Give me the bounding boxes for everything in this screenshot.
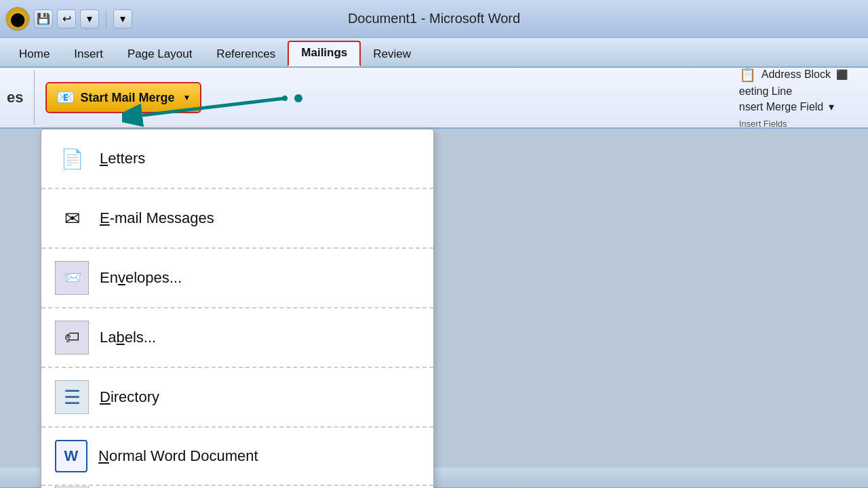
save-button[interactable]: 💾 [34,9,53,28]
insert-fields-label: Insert Fields [739,119,848,129]
tab-references[interactable]: References [204,43,288,66]
dropdown-item-envelopes[interactable]: 📨 Envelopes... [41,249,433,307]
start-mail-merge-dropdown: 📄 Letters ✉ E-mail Messages 📨 Envelopes.… [41,129,434,488]
email-icon: ✉ [55,201,89,235]
envelopes-label: Envelopes... [100,269,182,287]
office-button[interactable]: ⬤ [5,7,30,31]
labels-icon: 🏷 [55,321,89,354]
tab-insert[interactable]: Insert [62,43,115,66]
ribbon-right-section: 📋 Address Block ⬛ eeting Line nsert Merg… [739,68,861,129]
ribbon-content: es 📧 Start Mail Merge ▼ 📋 Add [0,68,868,129]
undo-button[interactable]: ↩ [57,9,76,28]
tab-review[interactable]: Review [361,43,423,66]
directory-icon: ☰ [55,380,89,414]
tab-home[interactable]: Home [7,43,62,66]
tab-mailings[interactable]: Mailings [288,41,361,66]
dropdown-item-normalword[interactable]: W Normal Word Document [41,428,433,485]
customize-button[interactable]: ▾ [80,9,99,28]
greeting-line-item[interactable]: eeting Line [739,85,848,98]
ribbon-partial-label: es [7,70,35,125]
tab-pagelayout[interactable]: Page Layout [115,43,204,66]
directory-label: Directory [100,388,159,406]
mail-merge-icon: 📧 [56,89,75,106]
dropdown-item-email[interactable]: ✉ E-mail Messages [41,189,433,247]
address-block-expand-icon: ⬛ [836,69,848,80]
envelopes-icon: 📨 [55,261,89,295]
labels-label: Labels... [100,329,156,346]
letters-icon: 📄 [55,142,89,176]
ribbon-tabs-bar: Home Insert Page Layout References Maili… [0,38,868,68]
letters-label: Letters [100,150,145,167]
dropdown-item-directory[interactable]: ☰ Directory [41,368,433,426]
title-bar: ⬤ 💾 ↩ ▾ ▾ Document1 - Microsoft Word [0,0,868,38]
insert-merge-field-item[interactable]: nsert Merge Field ▾ [739,100,848,113]
app-window: ⬤ 💾 ↩ ▾ ▾ Document1 - Microsoft Word Hom… [0,0,868,488]
window-title: Document1 - Microsoft Word [348,11,520,26]
dropdown-item-labels[interactable]: 🏷 Labels... [41,308,433,367]
svg-point-1 [294,94,302,102]
address-block-icon: 📋 [739,68,756,83]
merge-field-expand-icon: ▾ [829,100,834,113]
start-mail-merge-button[interactable]: 📧 Start Mail Merge ▼ [45,82,201,113]
dropdown-item-letters[interactable]: 📄 Letters [41,129,433,188]
quick-access-toolbar: ⬤ 💾 ↩ ▾ ▾ [0,7,132,31]
address-block-item[interactable]: 📋 Address Block ⬛ [739,68,848,83]
svg-point-2 [282,96,288,101]
email-label: E-mail Messages [100,209,214,227]
word-icon: W [55,440,87,472]
dropdown-arrow-icon: ▼ [183,93,191,102]
toolbar-dropdown[interactable]: ▾ [113,9,132,28]
normalword-label: Normal Word Document [98,447,258,465]
